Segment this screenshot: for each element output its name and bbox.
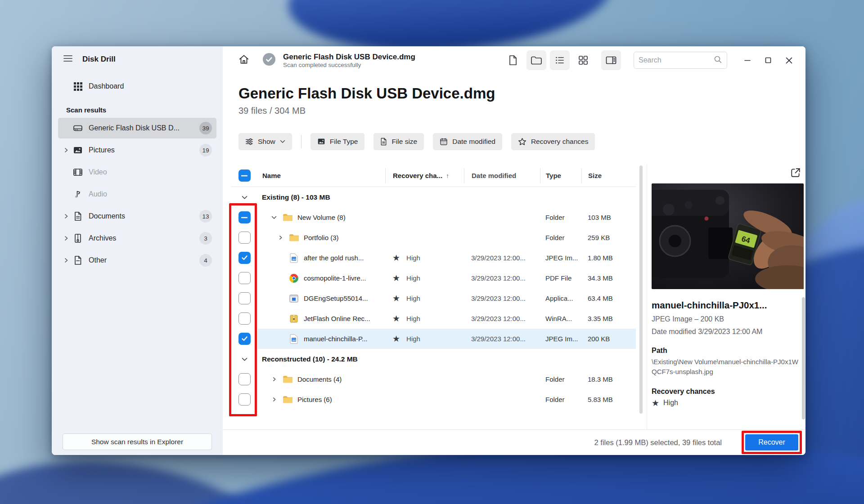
preview-scrollbar[interactable]: [802, 297, 805, 419]
file-size-filter-button[interactable]: File size: [374, 133, 424, 150]
column-header-name[interactable]: Name: [258, 172, 385, 179]
pictures-icon: [72, 145, 83, 156]
column-header-recovery[interactable]: Recovery cha...↑: [385, 168, 464, 183]
new-session-file-icon[interactable]: [503, 50, 523, 70]
sidebar-item-other[interactable]: Other 4: [58, 250, 216, 271]
chevron-down-icon[interactable]: [242, 193, 248, 201]
close-button[interactable]: [778, 51, 799, 69]
sidebar-item-label: Video: [89, 168, 212, 176]
preview-type-size: JPEG Image – 200 KB: [652, 315, 806, 323]
date-modified-filter-button[interactable]: Date modified: [433, 133, 502, 150]
show-in-explorer-button[interactable]: Show scan results in Explorer: [63, 433, 212, 450]
sidebar-item-label: Pictures: [89, 146, 199, 154]
chevron-right-icon[interactable]: [62, 236, 71, 241]
search-box: [634, 52, 727, 69]
calendar-icon: [440, 138, 448, 146]
star-icon: [518, 138, 526, 146]
table-row[interactable]: cosmopolite-1-livre... ★High 3/29/2023 1…: [231, 268, 636, 288]
sidebar-item-generic-flash-disk[interactable]: Generic Flash Disk USB D... 39: [58, 118, 216, 138]
folder-icon: [288, 233, 299, 242]
sidebar-item-audio: Audio: [58, 184, 216, 205]
sidebar-item-label: Audio: [89, 190, 212, 198]
search-input[interactable]: [639, 56, 710, 64]
star-icon: ★: [392, 314, 400, 323]
file-icon: [380, 138, 387, 146]
table-row[interactable]: after the gold rush... ★High 3/29/2023 1…: [231, 248, 636, 268]
open-external-icon[interactable]: [790, 167, 801, 181]
table-row-selected[interactable]: manuel-chinchilla-P... ★High 3/29/2023 1…: [231, 329, 636, 349]
disk-drill-window: Disk Drill Dashboard Scan results: [52, 46, 806, 455]
show-filter-button[interactable]: Show: [238, 133, 292, 150]
row-checkbox-checked[interactable]: [238, 333, 251, 345]
sidebar-item-label: Dashboard: [89, 82, 212, 90]
home-icon[interactable]: [238, 54, 250, 67]
chevron-right-icon[interactable]: [62, 147, 71, 153]
preview-date-modified: Date modified 3/29/2023 12:00 AM: [652, 328, 806, 336]
table-row[interactable]: Portfolio (3) Folder 259 KB: [231, 227, 636, 248]
sidebar-item-label: Other: [89, 256, 199, 264]
archives-icon: [72, 233, 83, 244]
row-checkbox-empty[interactable]: [238, 272, 251, 284]
recover-button[interactable]: Recover: [745, 434, 798, 450]
recovery-chances-filter-button[interactable]: Recovery chances: [511, 133, 595, 150]
row-checkbox-checked[interactable]: [238, 252, 251, 264]
chrome-pdf-icon: [288, 274, 299, 283]
table-row[interactable]: New Volume (8) Folder 103 MB: [231, 207, 636, 227]
chevron-down-icon[interactable]: [270, 216, 278, 219]
chevron-right-icon[interactable]: [270, 377, 278, 382]
file-count-badge: 4: [199, 254, 212, 267]
preview-pane-icon[interactable]: [601, 50, 621, 70]
table-row[interactable]: JetFlash Online Rec... ★High 3/29/2023 1…: [231, 308, 636, 329]
chevron-down-icon[interactable]: [242, 355, 248, 363]
file-count-badge: 13: [199, 210, 212, 223]
row-checkbox-empty[interactable]: [238, 232, 251, 244]
column-header-size[interactable]: Size: [581, 168, 635, 183]
footer-bar: 2 files (1.99 MB) selected, 39 files tot…: [223, 429, 806, 455]
row-checkbox-empty[interactable]: [238, 373, 251, 385]
star-icon: ★: [392, 335, 400, 343]
chevron-right-icon[interactable]: [62, 214, 71, 219]
application-file-icon: [288, 294, 299, 303]
sidebar: Disk Drill Dashboard Scan results: [52, 46, 223, 455]
documents-icon: [72, 211, 83, 222]
sidebar-item-archives[interactable]: Archives 3: [58, 228, 216, 249]
jpeg-file-icon: [288, 334, 299, 344]
files-summary: 39 files / 304 MB: [238, 106, 806, 116]
table-row[interactable]: Documents (4) Folder 18.3 MB: [231, 369, 636, 389]
select-all-checkbox[interactable]: [238, 169, 251, 182]
open-folder-icon[interactable]: [526, 50, 546, 70]
minimize-button[interactable]: [737, 51, 758, 69]
group-row-reconstructed[interactable]: Reconstructed (10) - 24.2 MB: [231, 349, 636, 369]
hamburger-menu-icon[interactable]: [63, 55, 72, 64]
group-row-existing[interactable]: Existing (8) - 103 MB: [231, 187, 636, 207]
chevron-right-icon[interactable]: [62, 258, 71, 263]
row-checkbox-empty[interactable]: [238, 292, 251, 304]
column-header-type[interactable]: Type: [540, 168, 581, 183]
row-checkbox-empty[interactable]: [238, 312, 251, 325]
sidebar-item-documents[interactable]: Documents 13: [58, 206, 216, 227]
column-header-date-modified[interactable]: Date modified: [464, 168, 540, 183]
chevron-right-icon[interactable]: [270, 397, 278, 402]
file-list-scrollbar[interactable]: [639, 165, 643, 414]
folder-icon: [282, 375, 293, 384]
sidebar-items: Generic Flash Disk USB D... 39 Pictures …: [52, 118, 223, 433]
file-type-filter-button[interactable]: File Type: [310, 133, 365, 150]
sidebar-item-pictures[interactable]: Pictures 19: [58, 140, 216, 161]
sidebar-item-label: Archives: [89, 234, 199, 242]
file-count-badge: 19: [199, 144, 212, 156]
chevron-right-icon[interactable]: [277, 235, 284, 240]
row-checkbox-indeterminate[interactable]: [238, 211, 251, 223]
other-file-icon: [72, 255, 83, 266]
row-checkbox-empty[interactable]: [238, 393, 251, 406]
table-row[interactable]: DGEngSetup55014... ★High 3/29/2023 12:00…: [231, 288, 636, 308]
grid-view-icon[interactable]: [573, 50, 593, 70]
folder-icon: [282, 213, 293, 222]
maximize-button[interactable]: [758, 51, 778, 69]
search-icon[interactable]: [713, 55, 722, 66]
sidebar-item-dashboard[interactable]: Dashboard: [58, 76, 216, 97]
list-view-icon[interactable]: [550, 50, 570, 70]
file-table: Name Recovery cha...↑ Date modified Type…: [231, 165, 636, 429]
page-title: Generic Flash Disk USB Device.dmg: [238, 85, 806, 102]
preview-recovery-value: High: [663, 399, 678, 407]
table-row[interactable]: Pictures (6) Folder 5.83 MB: [231, 389, 636, 410]
